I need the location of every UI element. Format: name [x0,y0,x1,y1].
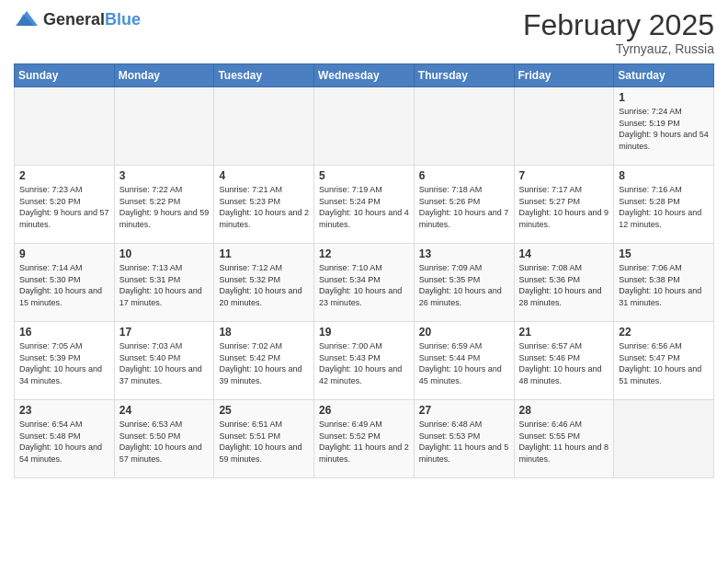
weekday-header-monday: Monday [114,64,214,87]
weekday-header-sunday: Sunday [15,64,115,87]
day-cell: 17Sunrise: 7:03 AM Sunset: 5:40 PM Dayli… [114,322,214,400]
day-info: Sunrise: 6:53 AM Sunset: 5:50 PM Dayligh… [119,419,210,465]
day-cell [15,87,115,166]
day-number: 15 [619,247,709,260]
day-cell: 24Sunrise: 6:53 AM Sunset: 5:50 PM Dayli… [114,400,214,478]
day-cell: 25Sunrise: 6:51 AM Sunset: 5:51 PM Dayli… [214,400,314,478]
day-info: Sunrise: 7:19 AM Sunset: 5:24 PM Dayligh… [319,184,409,230]
day-cell: 20Sunrise: 6:59 AM Sunset: 5:44 PM Dayli… [414,322,514,400]
day-cell [514,87,614,166]
calendar-table: SundayMondayTuesdayWednesdayThursdayFrid… [14,63,714,478]
day-number: 7 [519,169,609,182]
day-number: 11 [219,247,309,260]
month-title: February 2025 [523,9,714,41]
day-info: Sunrise: 7:12 AM Sunset: 5:32 PM Dayligh… [219,262,309,308]
day-cell [614,400,714,478]
day-number: 9 [19,247,109,260]
day-cell: 11Sunrise: 7:12 AM Sunset: 5:32 PM Dayli… [214,244,314,322]
day-cell: 14Sunrise: 7:08 AM Sunset: 5:36 PM Dayli… [514,244,614,322]
day-number: 16 [19,326,109,339]
day-cell: 28Sunrise: 6:46 AM Sunset: 5:55 PM Dayli… [514,400,614,478]
week-row-1: 1Sunrise: 7:24 AM Sunset: 5:19 PM Daylig… [15,87,714,166]
logo-blue: Blue [105,10,141,29]
logo: GeneralBlue [14,9,141,29]
day-cell: 18Sunrise: 7:02 AM Sunset: 5:42 PM Dayli… [214,322,314,400]
day-number: 18 [219,326,309,339]
day-cell: 19Sunrise: 7:00 AM Sunset: 5:43 PM Dayli… [314,322,415,400]
weekday-header-tuesday: Tuesday [214,64,314,87]
week-row-2: 2Sunrise: 7:23 AM Sunset: 5:20 PM Daylig… [15,166,714,244]
day-number: 23 [19,404,109,417]
day-cell: 7Sunrise: 7:17 AM Sunset: 5:27 PM Daylig… [514,166,614,244]
day-info: Sunrise: 6:49 AM Sunset: 5:52 PM Dayligh… [319,419,409,465]
day-number: 4 [219,169,309,182]
day-number: 1 [619,91,709,104]
day-cell: 15Sunrise: 7:06 AM Sunset: 5:38 PM Dayli… [614,244,714,322]
day-info: Sunrise: 7:03 AM Sunset: 5:40 PM Dayligh… [119,340,210,386]
day-cell: 12Sunrise: 7:10 AM Sunset: 5:34 PM Dayli… [314,244,415,322]
week-row-4: 16Sunrise: 7:05 AM Sunset: 5:39 PM Dayli… [15,322,714,400]
day-cell: 5Sunrise: 7:19 AM Sunset: 5:24 PM Daylig… [314,166,415,244]
weekday-header-row: SundayMondayTuesdayWednesdayThursdayFrid… [15,64,714,87]
weekday-header-wednesday: Wednesday [314,64,415,87]
day-number: 5 [319,169,409,182]
day-number: 22 [619,326,709,339]
day-info: Sunrise: 7:05 AM Sunset: 5:39 PM Dayligh… [19,340,109,386]
logo-wordmark: GeneralBlue [43,10,141,29]
day-info: Sunrise: 7:16 AM Sunset: 5:28 PM Dayligh… [619,184,709,230]
day-cell: 23Sunrise: 6:54 AM Sunset: 5:48 PM Dayli… [15,400,115,478]
day-info: Sunrise: 7:21 AM Sunset: 5:23 PM Dayligh… [219,184,309,230]
location-title: Tyrnyauz, Russia [523,41,714,56]
day-number: 28 [519,404,609,417]
day-info: Sunrise: 7:09 AM Sunset: 5:35 PM Dayligh… [419,262,509,308]
day-info: Sunrise: 7:08 AM Sunset: 5:36 PM Dayligh… [519,262,609,308]
day-cell: 4Sunrise: 7:21 AM Sunset: 5:23 PM Daylig… [214,166,314,244]
day-info: Sunrise: 7:13 AM Sunset: 5:31 PM Dayligh… [119,262,210,308]
page-header: GeneralBlue February 2025 Tyrnyauz, Russ… [14,9,714,56]
day-number: 20 [419,326,509,339]
day-info: Sunrise: 6:59 AM Sunset: 5:44 PM Dayligh… [419,340,509,386]
day-cell: 22Sunrise: 6:56 AM Sunset: 5:47 PM Dayli… [614,322,714,400]
day-number: 26 [319,404,409,417]
weekday-header-friday: Friday [514,64,614,87]
day-cell: 8Sunrise: 7:16 AM Sunset: 5:28 PM Daylig… [614,166,714,244]
day-info: Sunrise: 7:24 AM Sunset: 5:19 PM Dayligh… [619,106,709,152]
week-row-3: 9Sunrise: 7:14 AM Sunset: 5:30 PM Daylig… [15,244,714,322]
title-block: February 2025 Tyrnyauz, Russia [523,9,714,56]
day-info: Sunrise: 7:23 AM Sunset: 5:20 PM Dayligh… [19,184,109,230]
day-info: Sunrise: 7:00 AM Sunset: 5:43 PM Dayligh… [319,340,409,386]
day-number: 6 [419,169,509,182]
day-number: 24 [119,404,210,417]
logo-icon [14,9,40,29]
day-number: 21 [519,326,609,339]
day-cell: 13Sunrise: 7:09 AM Sunset: 5:35 PM Dayli… [414,244,514,322]
day-info: Sunrise: 7:10 AM Sunset: 5:34 PM Dayligh… [319,262,409,308]
day-info: Sunrise: 7:14 AM Sunset: 5:30 PM Dayligh… [19,262,109,308]
day-cell [414,87,514,166]
day-number: 27 [419,404,509,417]
day-cell [314,87,415,166]
day-cell: 2Sunrise: 7:23 AM Sunset: 5:20 PM Daylig… [15,166,115,244]
day-info: Sunrise: 6:54 AM Sunset: 5:48 PM Dayligh… [19,419,109,465]
day-number: 12 [319,247,409,260]
day-number: 14 [519,247,609,260]
day-cell: 6Sunrise: 7:18 AM Sunset: 5:26 PM Daylig… [414,166,514,244]
day-cell: 26Sunrise: 6:49 AM Sunset: 5:52 PM Dayli… [314,400,415,478]
day-number: 25 [219,404,309,417]
day-number: 17 [119,326,210,339]
weekday-header-thursday: Thursday [414,64,514,87]
day-number: 2 [19,169,109,182]
day-cell: 21Sunrise: 6:57 AM Sunset: 5:46 PM Dayli… [514,322,614,400]
day-number: 13 [419,247,509,260]
day-cell: 27Sunrise: 6:48 AM Sunset: 5:53 PM Dayli… [414,400,514,478]
day-info: Sunrise: 6:57 AM Sunset: 5:46 PM Dayligh… [519,340,609,386]
day-cell: 3Sunrise: 7:22 AM Sunset: 5:22 PM Daylig… [114,166,214,244]
day-info: Sunrise: 7:22 AM Sunset: 5:22 PM Dayligh… [119,184,210,230]
day-cell: 1Sunrise: 7:24 AM Sunset: 5:19 PM Daylig… [614,87,714,166]
day-number: 10 [119,247,210,260]
week-row-5: 23Sunrise: 6:54 AM Sunset: 5:48 PM Dayli… [15,400,714,478]
day-info: Sunrise: 6:51 AM Sunset: 5:51 PM Dayligh… [219,419,309,465]
day-cell [214,87,314,166]
weekday-header-saturday: Saturday [614,64,714,87]
day-cell: 10Sunrise: 7:13 AM Sunset: 5:31 PM Dayli… [114,244,214,322]
